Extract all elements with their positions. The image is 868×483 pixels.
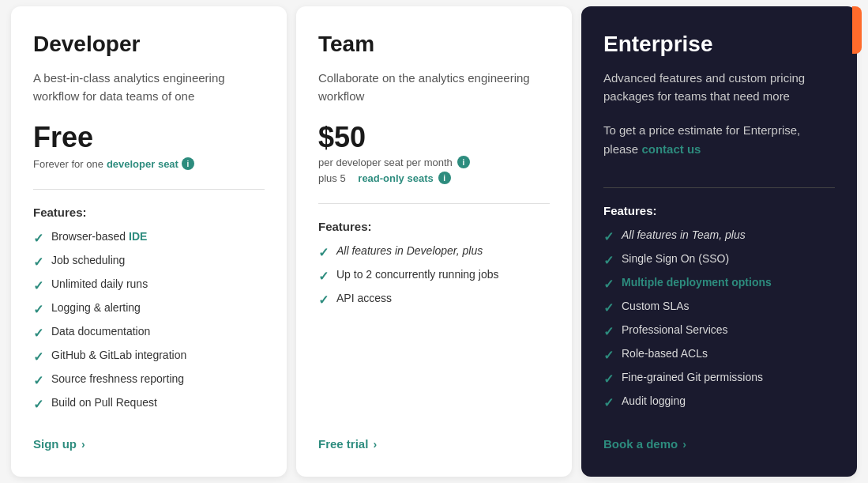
team-cta-area: Free trial ›	[318, 437, 550, 451]
team-title: Team	[318, 32, 550, 57]
feature-text: Audit logging	[622, 394, 686, 407]
check-icon: ✓	[318, 245, 329, 260]
list-item: ✓ Fine-grained Git permissions	[603, 371, 835, 387]
cta-arrow-icon: ›	[81, 438, 85, 451]
check-icon: ✓	[603, 395, 614, 410]
check-icon: ✓	[603, 300, 614, 315]
developer-description: A best-in-class analytics engineering wo…	[33, 70, 265, 105]
check-icon: ✓	[603, 348, 614, 363]
enterprise-cta-button[interactable]: Book a demo ›	[603, 437, 686, 451]
developer-info-icon[interactable]: i	[182, 157, 194, 170]
feature-text: Single Sign On (SSO)	[622, 252, 729, 265]
developer-title: Developer	[33, 32, 265, 57]
team-cta-button[interactable]: Free trial ›	[318, 437, 377, 451]
deployment-options-link[interactable]: Multiple deployment options	[622, 276, 772, 289]
developer-price-block: Free Forever for one developer seat i	[33, 121, 265, 170]
check-icon: ✓	[33, 302, 43, 317]
check-icon: ✓	[318, 269, 329, 284]
list-item: ✓ API access	[318, 292, 550, 308]
feature-text: Job scheduling	[51, 254, 125, 266]
check-icon: ✓	[603, 324, 614, 339]
orange-accent-decoration	[852, 6, 862, 54]
team-features-label: Features:	[318, 220, 550, 233]
check-icon: ✓	[603, 372, 614, 387]
check-icon: ✓	[318, 292, 329, 308]
developer-price: Free	[33, 121, 265, 154]
list-item: ✓ Professional Services	[603, 323, 835, 339]
feature-text: API access	[336, 292, 392, 304]
check-icon: ✓	[33, 373, 43, 388]
team-description: Collaborate on the analytics engineering…	[318, 70, 550, 105]
read-only-info-icon[interactable]: i	[438, 172, 451, 184]
team-read-only-subtitle: plus 5 read-only seats i	[318, 172, 550, 184]
read-only-seats-link[interactable]: read-only seats	[358, 172, 433, 184]
list-item: ✓ Unlimited daily runs	[33, 277, 265, 293]
cta-arrow-icon: ›	[373, 438, 377, 451]
enterprise-contact-link[interactable]: contact us	[641, 142, 701, 156]
list-item: ✓ Single Sign On (SSO)	[603, 252, 835, 268]
check-icon: ✓	[33, 278, 43, 293]
check-icon: ✓	[33, 326, 43, 341]
list-item: ✓ Source freshness reporting	[33, 372, 265, 388]
list-item: ✓ Up to 2 concurrently running jobs	[318, 268, 550, 284]
enterprise-features-list: ✓ All features in Team, plus ✓ Single Si…	[603, 228, 835, 418]
check-icon: ✓	[33, 397, 43, 412]
list-item: ✓ Data documentation	[33, 325, 265, 341]
check-icon: ✓	[33, 349, 43, 364]
enterprise-cta-area: Book a demo ›	[603, 437, 835, 451]
feature-text: Role-based ACLs	[622, 347, 708, 360]
feature-text: Build on Pull Request	[51, 396, 157, 409]
feature-text: All features in Developer, plus	[336, 244, 483, 257]
enterprise-title: Enterprise	[603, 32, 835, 57]
check-icon: ✓	[603, 229, 614, 244]
feature-text: Unlimited daily runs	[51, 277, 148, 290]
developer-card: Developer A best-in-class analytics engi…	[11, 6, 287, 477]
list-item: ✓ Audit logging	[603, 394, 835, 410]
list-item: ✓ All features in Team, plus	[603, 228, 835, 244]
list-item: ✓ Role-based ACLs	[603, 347, 835, 363]
developer-cta-area: Sign up ›	[33, 437, 265, 451]
list-item: ✓ Custom SLAs	[603, 300, 835, 315]
list-item: ✓ GitHub & GitLab integration	[33, 349, 265, 364]
team-price: $50	[318, 121, 550, 154]
feature-text: Professional Services	[622, 323, 728, 336]
check-icon: ✓	[33, 255, 43, 270]
enterprise-price-text: To get a price estimate for Enterprise, …	[603, 121, 835, 159]
team-divider	[318, 203, 550, 204]
list-item: ✓ Logging & alerting	[33, 301, 265, 317]
enterprise-divider	[603, 187, 835, 188]
list-item: ✓ Multiple deployment options	[603, 276, 835, 292]
feature-text: Custom SLAs	[622, 300, 690, 312]
feature-text: Source freshness reporting	[51, 372, 184, 385]
check-icon: ✓	[603, 253, 614, 268]
feature-text: Up to 2 concurrently running jobs	[336, 268, 498, 281]
developer-price-subtitle: Forever for one developer seat i	[33, 157, 265, 170]
check-icon: ✓	[33, 231, 43, 246]
team-price-subtitle: per developer seat per month i	[318, 156, 550, 168]
developer-features-list: ✓ Browser-based IDE ✓ Job scheduling ✓ U…	[33, 230, 265, 418]
check-icon: ✓	[603, 277, 614, 292]
enterprise-description: Advanced features and custom pricing pac…	[603, 70, 835, 105]
feature-text: Fine-grained Git permissions	[622, 371, 763, 383]
list-item: ✓ Build on Pull Request	[33, 396, 265, 412]
team-price-block: $50 per developer seat per month i plus …	[318, 121, 550, 184]
developer-divider	[33, 189, 265, 190]
ide-link[interactable]: IDE	[129, 230, 147, 243]
list-item: ✓ Job scheduling	[33, 254, 265, 270]
feature-text: All features in Team, plus	[622, 228, 746, 241]
feature-text: GitHub & GitLab integration	[51, 349, 186, 361]
enterprise-features-label: Features:	[603, 204, 835, 217]
cta-arrow-icon: ›	[682, 438, 686, 451]
developer-seat-link[interactable]: developer seat	[107, 158, 178, 170]
list-item: ✓ All features in Developer, plus	[318, 244, 550, 260]
developer-cta-button[interactable]: Sign up ›	[33, 437, 85, 451]
team-card: Team Collaborate on the analytics engine…	[296, 6, 572, 477]
feature-text: Logging & alerting	[51, 301, 141, 314]
developer-features-label: Features:	[33, 206, 265, 219]
feature-text: Data documentation	[51, 325, 150, 338]
team-features-list: ✓ All features in Developer, plus ✓ Up t…	[318, 244, 550, 418]
pricing-container: Developer A best-in-class analytics engi…	[6, 6, 862, 477]
enterprise-card: Enterprise Advanced features and custom …	[581, 6, 857, 477]
team-info-icon[interactable]: i	[457, 156, 470, 168]
list-item: ✓ Browser-based IDE	[33, 230, 265, 246]
